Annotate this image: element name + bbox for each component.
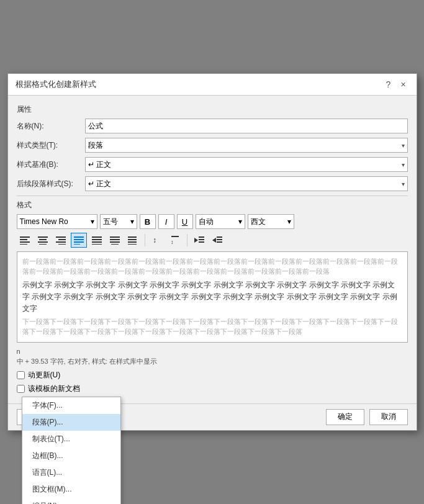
name-row: 名称(N): (17, 119, 408, 133)
dialog-body: 属性 名称(N): 样式类型(T): 段落 ▾ 样式基准(B): ↵ 正文 ▾ … (8, 96, 417, 403)
dialog-title: 根据格式化创建新样式 (16, 79, 96, 90)
new-doc-label: 该模板的新文档 (28, 384, 80, 394)
size-select[interactable]: 五号 ▾ (100, 214, 137, 229)
svg-rect-38 (217, 241, 222, 243)
auto-update-checkbox[interactable] (17, 371, 25, 379)
ctx-frame[interactable]: 图文框(M)... (22, 481, 120, 498)
align-center-button[interactable] (35, 233, 51, 248)
ctx-tabs[interactable]: 制表位(T)... (22, 431, 120, 448)
underline-button[interactable]: U (177, 214, 193, 229)
svg-rect-22 (110, 241, 120, 243)
color-select[interactable]: 自动 ▾ (196, 214, 245, 229)
bold-button[interactable]: B (140, 214, 156, 229)
svg-text:↕: ↕ (171, 239, 174, 245)
increase-indent-button[interactable] (209, 233, 225, 248)
para-spacing-button[interactable]: ↕ (167, 233, 183, 248)
name-label: 名称(N): (17, 121, 85, 132)
svg-rect-21 (110, 239, 120, 240)
svg-rect-32 (199, 236, 204, 238)
align-toolbar: ↕ ↕ (17, 233, 408, 248)
ctx-border[interactable]: 边框(B)... (22, 448, 120, 464)
name-input[interactable] (85, 119, 408, 133)
svg-rect-1 (20, 239, 27, 240)
svg-rect-5 (39, 239, 47, 240)
svg-rect-24 (128, 236, 137, 238)
svg-rect-0 (20, 236, 30, 238)
svg-rect-9 (58, 239, 66, 240)
next-select[interactable]: ↵ 正文 ▾ (85, 176, 408, 191)
type-label: 样式类型(T): (17, 140, 85, 151)
decrease-indent-button[interactable] (191, 233, 207, 248)
svg-rect-36 (217, 236, 222, 238)
svg-rect-26 (128, 241, 137, 243)
svg-rect-15 (74, 244, 80, 245)
color-label: 自动 (199, 217, 214, 227)
align-last-button[interactable] (125, 233, 141, 248)
italic-button[interactable]: I (158, 214, 174, 229)
base-select-arrow: ▾ (402, 161, 405, 168)
toolbar-sep-2 (187, 234, 187, 246)
svg-rect-11 (58, 244, 66, 245)
help-button[interactable]: ? (383, 79, 394, 90)
svg-marker-31 (194, 238, 198, 243)
align-left-button[interactable] (17, 233, 33, 248)
title-bar: 根据格式化创建新样式 ? × (8, 74, 417, 96)
next-row: 后续段落样式(S): ↵ 正文 ▾ (17, 176, 408, 191)
toolbar-sep-1 (145, 234, 145, 246)
ok-button[interactable]: 确定 (326, 409, 364, 425)
next-select-arrow: ▾ (402, 181, 405, 187)
main-dialog: 根据格式化创建新样式 ? × 属性 名称(N): 样式类型(T): 段落 ▾ 样… (7, 73, 417, 431)
preview-current-text: 示例文字 示例文字 示例文字 示例文字 示例文字 示例文字 示例文字 示例文字 … (22, 279, 402, 315)
checkbox-row-2: 该模板的新文档 (17, 384, 408, 394)
close-button[interactable]: × (398, 79, 409, 90)
ctx-numbering[interactable]: 编号(N)... (22, 498, 120, 504)
status-section: n 中 + 39.53 字符, 右对齐, 样式: 在样式库中显示 (17, 348, 408, 366)
base-select[interactable]: ↵ 正文 ▾ (85, 157, 408, 172)
type-row: 样式类型(T): 段落 ▾ (17, 138, 408, 153)
line-spacing-button[interactable]: ↕ (149, 233, 165, 248)
new-doc-checkbox[interactable] (17, 385, 25, 393)
ctx-paragraph[interactable]: 段落(P)... (22, 414, 120, 431)
svg-rect-4 (38, 236, 48, 238)
svg-rect-14 (74, 241, 84, 243)
svg-rect-20 (110, 236, 120, 238)
svg-rect-18 (92, 241, 102, 243)
lang-select[interactable]: 西文 ▾ (248, 214, 294, 229)
type-select[interactable]: 段落 ▾ (85, 138, 408, 153)
base-label: 样式基准(B): (17, 160, 85, 170)
align-right-button[interactable] (53, 233, 69, 248)
svg-rect-8 (56, 236, 66, 238)
font-name: Times New Ro (20, 217, 68, 226)
checkbox-row-1: 动更新(U) (17, 370, 408, 380)
preview-box: 前一段落前一段落前一段落前一段落前一段落前一段落前一段落前一段落前一段落前一段落… (17, 251, 408, 343)
lang-select-arrow: ▾ (287, 217, 291, 226)
size-select-arrow: ▾ (130, 217, 134, 226)
title-bar-buttons: ? × (383, 79, 409, 90)
svg-rect-10 (56, 241, 66, 243)
svg-rect-2 (20, 241, 30, 243)
svg-rect-19 (92, 244, 102, 245)
type-select-arrow: ▾ (402, 142, 405, 149)
svg-rect-25 (128, 239, 137, 240)
format-toolbar: Times New Ro ▾ 五号 ▾ B I U 自动 ▾ 西文 ▾ (17, 214, 408, 229)
svg-rect-34 (199, 241, 204, 243)
align-justify-button[interactable] (71, 233, 87, 248)
ctx-language[interactable]: 语言(L)... (22, 464, 120, 481)
ctx-font[interactable]: 字体(F)... (22, 397, 120, 414)
svg-rect-3 (20, 244, 27, 245)
align-distributed-button[interactable] (89, 233, 105, 248)
align-extra-button[interactable] (107, 233, 123, 248)
svg-rect-7 (39, 244, 47, 245)
svg-rect-33 (199, 239, 204, 240)
font-size: 五号 (103, 217, 118, 227)
lang-label: 西文 (251, 217, 266, 227)
properties-section-label: 属性 (17, 104, 408, 115)
auto-update-label: 动更新(U) (28, 370, 61, 380)
svg-rect-16 (92, 236, 102, 238)
status-line-1: n (17, 348, 408, 355)
cancel-button[interactable]: 取消 (369, 409, 408, 425)
font-select[interactable]: Times New Ro ▾ (17, 214, 97, 229)
color-select-arrow: ▾ (238, 217, 242, 226)
format-section-label: 格式 (17, 200, 408, 210)
status-detail: 中 + 39.53 字符, 右对齐, 样式: 在样式库中显示 (17, 357, 408, 366)
